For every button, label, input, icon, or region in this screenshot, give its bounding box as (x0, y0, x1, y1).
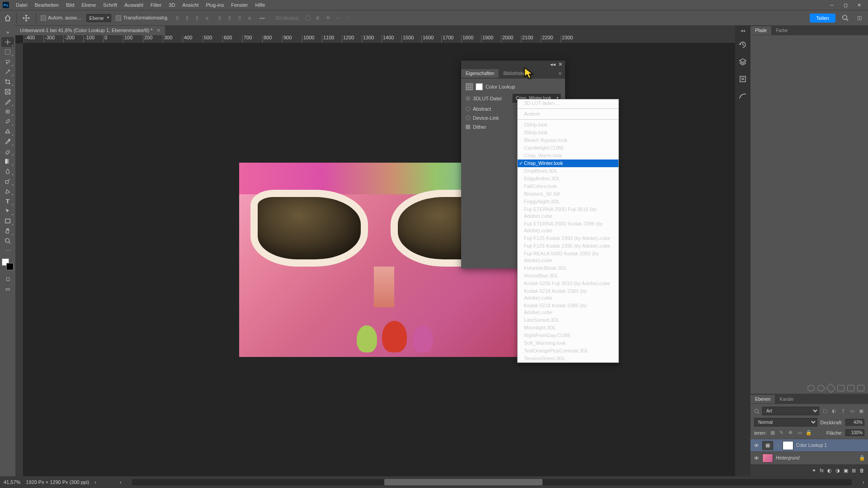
document-tab[interactable]: Unbenannt-1 bei 41,6% (Color Lookup 1, E… (15, 26, 165, 35)
maximize-button[interactable]: ◻ (839, 1, 852, 9)
adj-square2-icon[interactable] (847, 385, 854, 391)
info-chevron-icon[interactable]: › (94, 479, 96, 485)
adj-diamond-icon[interactable] (826, 383, 835, 393)
visibility-icon[interactable]: 👁 (753, 455, 760, 461)
crop-tool[interactable] (1, 77, 14, 87)
align-middle-icon[interactable]: ▯ (226, 14, 234, 22)
menu-plug-ins[interactable]: Plug-ins (203, 1, 227, 9)
link-icon[interactable]: ⋮ (776, 443, 780, 448)
minimize-button[interactable]: ─ (826, 1, 838, 9)
opacity-input[interactable] (845, 419, 864, 426)
3d-roll-icon[interactable]: ◐ (314, 14, 322, 22)
visibility-icon[interactable]: 👁 (753, 443, 760, 448)
dropdown-item[interactable]: FuturisticBleak.3DL (518, 264, 618, 272)
dropdown-item[interactable]: Fuji ETERNA 250D Fuji 3510 (by Adobe).cu… (518, 206, 618, 220)
menu-bearbeiten[interactable]: Bearbeiten (32, 1, 62, 9)
tab-paths[interactable]: Pfade (750, 26, 771, 35)
more-options-icon[interactable]: ••• (258, 14, 266, 22)
dropdown-item[interactable]: DropBlues.3DL (518, 167, 618, 175)
collapse-panel-icon[interactable]: ◂◂ (550, 61, 556, 67)
menu-datei[interactable]: Datei (13, 1, 31, 9)
eyedropper-tool[interactable] (1, 97, 14, 107)
scroll-right-icon[interactable]: › (863, 479, 864, 485)
lock-all-icon[interactable]: 🔒 (806, 430, 812, 436)
filter-type-icon[interactable]: T (840, 408, 846, 414)
menu-filter[interactable]: Filter (147, 1, 165, 9)
dropdown-item[interactable]: Fuji REALA 500D Kodak 2393 (by Adobe).cu… (518, 250, 618, 264)
marquee-tool[interactable] (1, 47, 14, 57)
dropdown-item[interactable]: Crisp_Winter.look (518, 160, 618, 167)
dropdown-item[interactable]: Soft_Warming.look (518, 339, 618, 347)
canvas[interactable] (24, 43, 735, 476)
lock-transparent-icon[interactable]: ▦ (769, 430, 776, 436)
panel-menu-icon[interactable]: ≡ (555, 70, 565, 76)
dropdown-item[interactable]: Kodak 5218 Kodak 2383 (by Adobe).cube (518, 287, 618, 302)
gradient-tool[interactable] (1, 156, 14, 166)
distribute-h-icon[interactable]: ≡ (203, 14, 211, 22)
layer-filter-select[interactable]: Art (762, 407, 819, 415)
align-center-h-icon[interactable]: ▯ (183, 14, 191, 22)
dropdown-item[interactable]: Bleach Bypass.look (518, 136, 618, 144)
adj-square-icon[interactable] (837, 385, 844, 391)
history-brush-tool[interactable] (1, 136, 14, 146)
dodge-tool[interactable] (1, 176, 14, 186)
layer-select[interactable]: Ebene (86, 14, 112, 22)
layer-effects-icon[interactable]: fx (820, 468, 824, 473)
menu-fenster[interactable]: Fenster (228, 1, 251, 9)
dropdown-item[interactable]: TensionGreen.3DL (518, 355, 618, 362)
link-layers-icon[interactable]: ⚭ (812, 468, 816, 474)
edit-toolbar-icon[interactable]: ⋯ (1, 246, 14, 256)
stamp-tool[interactable] (1, 127, 14, 136)
scrollbar-h[interactable] (132, 479, 852, 485)
dropdown-item[interactable]: Crisp_Warm.look (518, 152, 618, 160)
align-right-icon[interactable]: ▯ (193, 14, 201, 22)
dropdown-item[interactable]: Fuji F125 Kodak 2395 (by Adobe).cube (518, 242, 618, 250)
home-icon[interactable] (4, 14, 12, 22)
fill-input[interactable] (845, 429, 864, 436)
dropdown-item[interactable]: FallColors.look (518, 183, 618, 190)
menu-auswahl[interactable]: Auswahl (121, 1, 146, 9)
zoom-level[interactable]: 41,57% (4, 479, 20, 485)
menu-hilfe[interactable]: Hilfe (252, 1, 268, 9)
dropdown-item[interactable]: NightFromDay.CUBE (518, 332, 618, 339)
filter-shape-icon[interactable]: ▭ (849, 408, 855, 414)
adj-circle2-icon[interactable] (817, 385, 825, 391)
adj-circle-icon[interactable] (807, 385, 815, 391)
3d-orbit-icon[interactable]: ◯ (304, 14, 312, 22)
dropdown-item[interactable]: FoggyNight.3DL (518, 198, 618, 206)
lasso-tool[interactable] (1, 57, 14, 67)
tab-channels[interactable]: Kanäle (775, 395, 798, 404)
radio-device-link[interactable] (466, 116, 470, 120)
screen-mode-icon[interactable]: ▭ (1, 284, 14, 294)
history-panel-icon[interactable] (737, 39, 748, 50)
dropdown-item[interactable]: TealOrangePlusContrast.3DL (518, 347, 618, 355)
layer-mask-icon[interactable]: ◐ (827, 468, 832, 474)
dropdown-item[interactable]: EdgyAmber.3DL (518, 175, 618, 183)
dropdown-item[interactable]: Kodak 5205 Fuji 3510 (by Adobe).cube (518, 280, 618, 287)
layer-thumb[interactable] (762, 454, 773, 463)
type-tool[interactable]: T (1, 196, 14, 206)
transform-controls-checkbox[interactable]: Transformationsstrg. (116, 15, 168, 21)
close-tab-icon[interactable]: ✕ (156, 28, 160, 33)
layer-thumb[interactable]: ▦ (762, 441, 773, 450)
share-button[interactable]: Teilen (810, 14, 835, 23)
dropdown-item[interactable]: HorrorBlue.3DL (518, 272, 618, 280)
lock-move-icon[interactable]: ✥ (788, 430, 794, 436)
group-icon[interactable]: ▣ (844, 468, 848, 474)
dropdown-item[interactable]: 3Strip.look (518, 129, 618, 136)
auto-select-checkbox[interactable]: Autom. ausw… (41, 15, 82, 21)
collapse-panels-icon[interactable]: ◂◂ (741, 28, 745, 33)
dropdown-item[interactable]: Kodak 5218 Kodak 2395 (by Adobe).cube (518, 302, 618, 316)
layer-row[interactable]: 👁 Hintergrund 🔒 (750, 452, 868, 465)
dropdown-item[interactable]: 2Strip.look (518, 121, 618, 129)
blend-mode-select[interactable]: Normal (754, 418, 817, 427)
tab-color[interactable]: Farbe (771, 26, 792, 35)
rectangle-tool[interactable] (1, 216, 14, 226)
adjustment-layer-icon[interactable]: ◑ (835, 468, 840, 474)
adjustments-panel-icon[interactable] (737, 91, 748, 102)
radio-3dlut[interactable] (466, 96, 470, 101)
3d-slide-icon[interactable]: ↔ (334, 14, 342, 22)
menu-ebene[interactable]: Ebene (78, 1, 99, 9)
tab-libraries[interactable]: Bibliotheken (499, 69, 532, 78)
eraser-tool[interactable] (1, 146, 14, 156)
